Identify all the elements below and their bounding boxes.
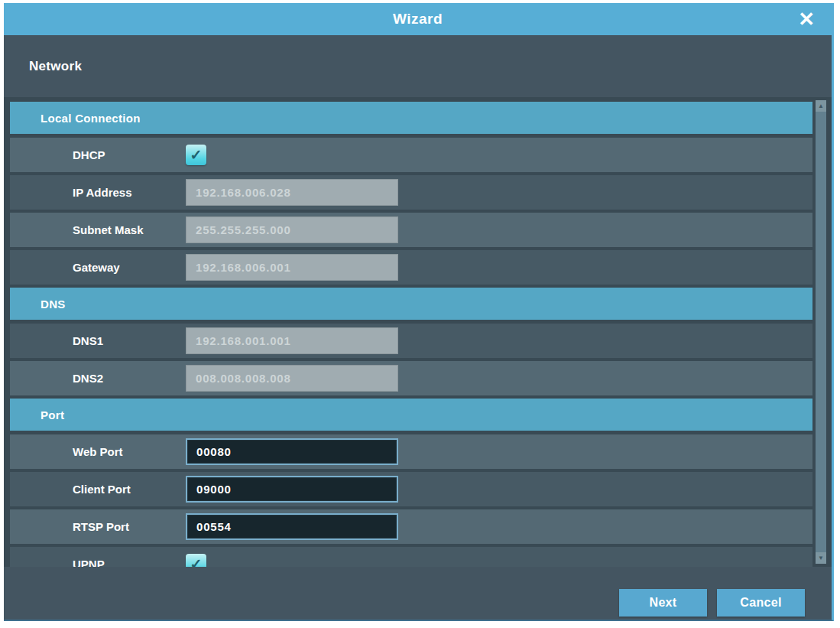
subnet-mask-field (186, 216, 398, 243)
upnp-checkbox[interactable]: ✓ (186, 554, 206, 567)
dns1-label: DNS1 (73, 334, 186, 347)
cancel-button[interactable]: Cancel (717, 589, 805, 617)
section-label: Local Connection (41, 112, 141, 125)
section-header-dns: DNS (10, 288, 812, 320)
wizard-dialog: Wizard ✕ Network Local Connection DHCP ✓… (4, 3, 834, 621)
row-client-port: Client Port (10, 472, 812, 506)
dns2-label: DNS2 (73, 372, 186, 385)
row-dns2: DNS2 (10, 361, 812, 395)
section-header-port: Port (10, 399, 812, 431)
row-dns1: DNS1 (10, 324, 812, 358)
upnp-label: UPNP (73, 558, 186, 567)
row-ip-address: IP Address (10, 175, 812, 210)
client-port-field[interactable] (186, 476, 398, 503)
row-dhcp: DHCP ✓ (10, 138, 812, 172)
dhcp-checkbox[interactable]: ✓ (186, 145, 206, 165)
rtsp-port-label: RTSP Port (73, 520, 186, 533)
section-label: DNS (41, 298, 66, 311)
row-upnp: UPNP ✓ (10, 547, 812, 567)
subnet-mask-label: Subnet Mask (73, 223, 186, 236)
scroll-up-icon[interactable]: ▲ (816, 100, 826, 112)
vertical-scrollbar[interactable]: ▲ ▼ (816, 100, 826, 564)
close-icon[interactable]: ✕ (798, 3, 815, 35)
dhcp-label: DHCP (73, 148, 186, 161)
client-port-label: Client Port (73, 483, 186, 496)
row-subnet-mask: Subnet Mask (10, 213, 812, 247)
gateway-label: Gateway (73, 261, 186, 274)
rtsp-port-field[interactable] (186, 513, 398, 540)
dialog-title: Wizard (4, 3, 832, 35)
scroll-down-icon[interactable]: ▼ (816, 552, 826, 564)
network-form: Local Connection DHCP ✓ IP Address Subne… (4, 97, 832, 567)
dns2-field (186, 365, 398, 392)
title-bar: Wizard ✕ (4, 3, 832, 35)
ip-address-field (186, 179, 398, 206)
section-label: Port (41, 408, 64, 421)
dns1-field (186, 327, 398, 354)
row-rtsp-port: RTSP Port (10, 509, 812, 544)
ip-address-label: IP Address (73, 186, 186, 199)
row-gateway: Gateway (10, 250, 812, 285)
web-port-field[interactable] (186, 438, 398, 465)
section-header-local-connection: Local Connection (10, 102, 812, 134)
row-web-port: Web Port (10, 434, 812, 469)
page-title: Network (4, 35, 832, 97)
next-button[interactable]: Next (619, 589, 707, 617)
gateway-field (186, 254, 398, 281)
web-port-label: Web Port (73, 445, 186, 458)
